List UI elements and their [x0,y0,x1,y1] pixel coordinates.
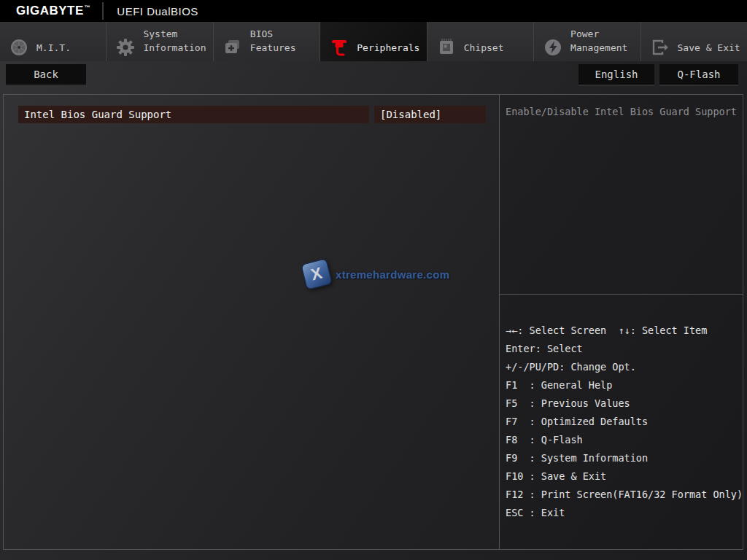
top-bar: GIGABYTE™ UEFI DualBIOS [0,0,747,22]
shortcut-line: F9 : System Information [506,449,739,467]
tab-label: M.I.T. [36,42,71,56]
help-section: Enable/Disable Intel Bios Guard Support [500,95,743,295]
gigabyte-logo: GIGABYTE™ [16,4,90,18]
tab-label: Chipset [464,42,504,56]
back-button[interactable]: Back [6,64,86,86]
shortcut-line: F8 : Q-Flash [506,431,739,449]
tab-label: System Information [143,28,209,56]
tab-label: Peripherals [357,42,419,56]
shortcut-line: Enter: Select [506,340,739,358]
keyboard-shortcuts: →←: Select Screen ↑↓: Select Item Enter:… [500,295,743,522]
tab-system-information[interactable]: System Information [107,22,213,61]
bios-title: UEFI DualBIOS [117,5,198,18]
tab-label: BIOS Features [250,28,317,56]
shortcut-line: F7 : Optimized Defaults [506,413,739,431]
gear-icon [116,38,135,57]
lightning-icon [543,38,562,57]
option-row-intel-bios-guard: Intel Bios Guard Support [Disabled] [18,106,486,123]
tab-mit[interactable]: M.I.T. [0,22,107,61]
option-value[interactable]: [Disabled] [374,106,486,123]
tab-power-management[interactable]: Power Management [534,22,640,61]
trademark-symbol: ™ [85,4,91,11]
shortcut-line: +/-/PU/PD: Change Opt. [506,358,739,376]
language-button[interactable]: English [578,64,654,86]
shortcut-line: →←: Select Screen ↑↓: Select Item [506,322,739,340]
shortcut-line: F5 : Previous Values [506,394,739,413]
shortcut-line: F10 : Save & Exit [506,467,739,486]
tab-save-exit[interactable]: Save & Exit [641,22,747,61]
option-label[interactable]: Intel Bios Guard Support [18,106,369,123]
topbar-divider [102,2,104,20]
tab-peripherals[interactable]: Peripherals [320,22,427,61]
disc-icon [9,38,28,57]
tab-bar: M.I.T. System Information BIOS Features [0,22,747,61]
tab-label: Save & Exit [678,42,740,56]
peripherals-icon [330,38,349,57]
shortcut-line: F12 : Print Screen(FAT16/32 Format Only) [506,486,739,504]
exit-door-icon [651,38,670,57]
qflash-button[interactable]: Q-Flash [659,64,738,86]
chip-icon [437,38,456,57]
tab-label: Power Management [570,28,637,56]
tab-chipset[interactable]: Chipset [427,22,534,61]
shortcut-line: ESC : Exit [506,504,739,522]
folder-plus-icon [223,38,242,57]
help-text: Enable/Disable Intel Bios Guard Support [506,104,738,119]
shortcut-line: F1 : General Help [506,376,739,394]
main-content-box: Intel Bios Guard Support [Disabled] Enab… [3,94,743,550]
tab-bios-features[interactable]: BIOS Features [214,22,320,61]
help-pane: Enable/Disable Intel Bios Guard Support … [499,95,743,549]
settings-pane: Intel Bios Guard Support [Disabled] [4,95,499,549]
